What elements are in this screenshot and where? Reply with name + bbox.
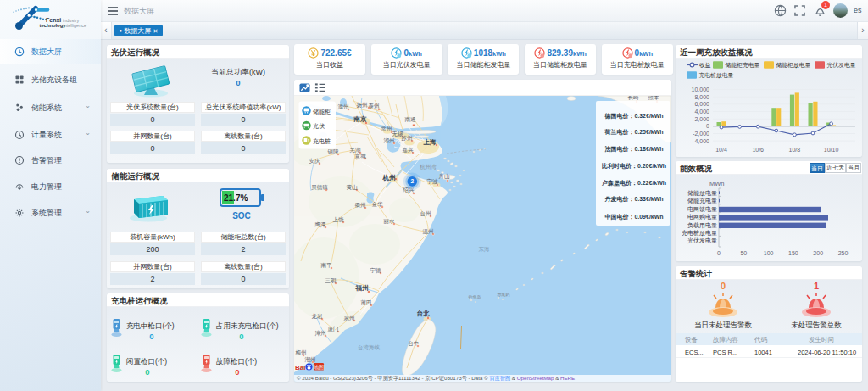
svg-text:金华: 金华 [372, 201, 384, 207]
svg-text:250: 250 [838, 250, 849, 256]
svg-text:10/4: 10/4 [715, 147, 727, 153]
svg-text:湖州: 湖州 [384, 137, 395, 143]
svg-text:储能柜充电量: 储能柜充电量 [726, 62, 760, 69]
svg-text:温州: 温州 [423, 228, 434, 235]
svg-text:4,000: 4,000 [694, 109, 709, 115]
svg-text:© 2024 Baidu - GS(2023)3206号 -: © 2024 Baidu - GS(2023)3206号 - 甲测资字11111… [297, 375, 575, 382]
svg-text:杭州湾: 杭州湾 [419, 164, 437, 170]
svg-text:上饶: 上饶 [333, 216, 345, 223]
svg-text:储能柜放电量: 储能柜放电量 [776, 62, 811, 69]
svg-text:潮州: 潮州 [305, 356, 316, 363]
svg-text:宣城: 宣城 [355, 153, 367, 159]
svg-text:收益: 收益 [699, 62, 711, 68]
svg-text:10/8: 10/8 [789, 147, 801, 153]
svg-text:150: 150 [788, 250, 798, 256]
svg-text:南平: 南平 [321, 262, 333, 268]
svg-text:漳州: 漳州 [315, 330, 326, 337]
svg-text:黄山: 黄山 [347, 184, 359, 191]
svg-text:10/6: 10/6 [752, 147, 764, 153]
svg-text:舟山: 舟山 [439, 173, 451, 179]
svg-text:100: 100 [764, 250, 774, 256]
svg-text:50: 50 [740, 250, 747, 256]
svg-text:台州: 台州 [420, 210, 431, 217]
svg-text:梅州: 梅州 [295, 349, 307, 356]
svg-text:泰州: 泰州 [369, 103, 380, 109]
svg-text:-2,000: -2,000 [693, 131, 709, 137]
svg-text:嘉兴: 嘉兴 [403, 147, 415, 154]
svg-text:Bai: Bai [295, 364, 305, 371]
svg-text:光伏发电量: 光伏发电量 [687, 237, 717, 244]
svg-text:MWh: MWh [709, 180, 725, 187]
svg-text:光伏: 光伏 [313, 123, 325, 130]
svg-text:扬州: 扬州 [357, 102, 368, 109]
svg-text:0: 0 [706, 123, 709, 129]
svg-text:莆田: 莆田 [361, 299, 372, 306]
svg-text:0: 0 [717, 250, 721, 256]
svg-text:安庆: 安庆 [309, 158, 321, 164]
svg-text:储能放电量: 储能放电量 [687, 190, 717, 197]
svg-text:南通: 南通 [405, 116, 417, 122]
svg-text:滁州: 滁州 [338, 103, 349, 110]
svg-text:南京: 南京 [353, 115, 368, 123]
svg-text:6,000: 6,000 [694, 101, 709, 107]
svg-text:丹麦电价：0.33€/kWh: 丹麦电价：0.33€/kWh [604, 196, 663, 203]
svg-text:铜陵: 铜陵 [327, 148, 340, 154]
svg-text:法国电价：0.18€/kWh: 法国电价：0.18€/kWh [604, 145, 663, 153]
svg-text:景德镇: 景德镇 [311, 184, 328, 191]
svg-text:泉州: 泉州 [344, 315, 355, 321]
svg-text:常州: 常州 [381, 126, 392, 131]
svg-text:电网馈电量: 电网馈电量 [687, 206, 717, 213]
svg-text:卢森堡电价：0.22€/kWh: 卢森堡电价：0.22€/kWh [601, 180, 666, 187]
svg-text:荷兰电价：0.25€/kWh: 荷兰电价：0.25€/kWh [604, 128, 663, 136]
svg-text:杭州: 杭州 [382, 174, 396, 182]
svg-text:200: 200 [813, 250, 823, 256]
svg-text:地图: 地图 [314, 365, 324, 371]
svg-text:充电桩放电量: 充电桩放电量 [682, 229, 717, 237]
svg-text:2: 2 [410, 178, 414, 184]
svg-text:充电桩: 充电桩 [313, 137, 331, 145]
svg-text:宁德: 宁德 [370, 267, 382, 274]
svg-text:21.7%: 21.7% [224, 193, 248, 203]
svg-text:福州: 福州 [355, 284, 369, 292]
svg-text:充电桩放电量: 充电桩放电量 [699, 72, 734, 79]
svg-text:钓鱼岛: 钓鱼岛 [469, 294, 481, 300]
svg-text:2,000: 2,000 [694, 116, 709, 122]
svg-text:三明: 三明 [326, 277, 337, 283]
svg-text:德国电价：0.32€/kWh: 德国电价：0.32€/kWh [604, 113, 663, 120]
svg-text:光伏发电量: 光伏发电量 [827, 62, 856, 69]
svg-text:Fenxi: Fenxi [46, 17, 61, 23]
svg-text:-4,000: -4,000 [693, 138, 709, 144]
svg-text:intelligence: intelligence [64, 23, 87, 28]
svg-text:负载用电量: 负载用电量 [687, 222, 717, 229]
svg-text:龙岩: 龙岩 [312, 313, 324, 320]
svg-text:台湾海峡: 台湾海峡 [358, 344, 381, 351]
svg-text:长崎: 长崎 [628, 96, 640, 100]
svg-text:芜湖: 芜湖 [349, 147, 362, 154]
svg-text:储能充电量: 储能充电量 [687, 198, 717, 204]
svg-text:上海: 上海 [423, 138, 437, 146]
svg-text:宁波: 宁波 [427, 178, 439, 185]
svg-text:鹰潭: 鹰潭 [315, 221, 327, 228]
svg-text:电网购电量: 电网购电量 [687, 214, 717, 221]
svg-text:苏州: 苏州 [401, 135, 413, 141]
svg-text:台北: 台北 [417, 310, 431, 317]
svg-text:8,000: 8,000 [694, 94, 709, 100]
svg-text:10,000: 10,000 [692, 87, 710, 92]
svg-text:比利时电价：0.20€/kWh: 比利时电价：0.20€/kWh [602, 162, 666, 170]
svg-text:台中: 台中 [409, 340, 420, 347]
svg-text:储能柜: 储能柜 [313, 109, 331, 115]
svg-text:东海: 东海 [479, 246, 491, 253]
svg-text:衢州: 衢州 [355, 202, 366, 209]
svg-text:厦门: 厦门 [328, 326, 339, 332]
svg-text:technology: technology [40, 23, 67, 28]
svg-text:10/10: 10/10 [824, 147, 839, 153]
svg-text:丽水: 丽水 [384, 218, 396, 225]
svg-text:中国电价：0.09€/kWh: 中国电价：0.09€/kWh [604, 213, 663, 221]
svg-text:赤尾屿: 赤尾屿 [497, 292, 510, 298]
